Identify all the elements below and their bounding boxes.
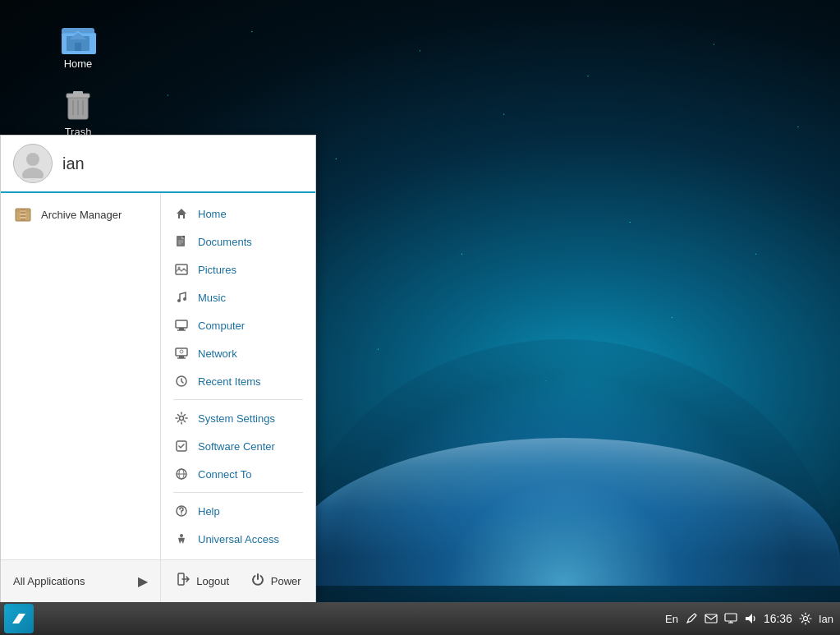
svg-point-33	[180, 350, 183, 353]
menu-left-panel: Archive Manager	[1, 193, 161, 559]
menu-user-header: ian	[1, 136, 315, 193]
menu-pictures-label: Pictures	[198, 264, 236, 276]
menu-body: Archive Manager Home	[1, 193, 315, 559]
menu-bottom-left: All Applications ▶	[1, 560, 161, 602]
all-apps-arrow-icon: ▶	[138, 573, 148, 589]
menu-documents-label: Documents	[198, 236, 252, 248]
user-avatar[interactable]	[13, 144, 53, 183]
menu-separator-1	[173, 399, 303, 400]
menu-item-documents[interactable]: Documents	[161, 228, 315, 255]
tray-username[interactable]: Ian	[819, 613, 833, 625]
menu-item-software-center[interactable]: Software Center	[161, 432, 315, 460]
desktop-icon-home[interactable]: Home	[45, 16, 111, 70]
svg-rect-4	[75, 43, 81, 51]
menu-pictures-icon	[173, 261, 190, 278]
menu-item-help[interactable]: Help	[161, 497, 315, 525]
volume-icon[interactable]	[744, 612, 757, 625]
menu-recent-label: Recent Items	[198, 375, 261, 388]
archive-manager-label: Archive Manager	[41, 209, 122, 221]
menu-item-recent-items[interactable]: Recent Items	[161, 367, 315, 395]
menu-help-label: Help	[198, 505, 220, 518]
menu-bottom-right: Logout Power	[161, 560, 315, 602]
menu-access-icon	[173, 531, 190, 547]
menu-item-network[interactable]: Network	[161, 339, 315, 367]
archive-manager-icon	[13, 205, 33, 224]
clock-display[interactable]: 16:36	[764, 612, 792, 625]
svg-rect-17	[20, 217, 26, 219]
all-applications-label: All Applications	[13, 575, 85, 587]
power-label: Power	[271, 575, 301, 587]
menu-item-computer[interactable]: Computer	[161, 311, 315, 339]
desktop-icon-trash[interactable]: Trash	[45, 85, 111, 138]
power-button[interactable]: Power	[241, 567, 310, 596]
logout-button[interactable]: Logout	[167, 567, 237, 596]
menu-settings-icon	[173, 410, 190, 426]
menu-item-universal-access[interactable]: Universal Access	[161, 525, 315, 553]
svg-point-42	[180, 534, 183, 537]
menu-item-connect-to[interactable]: Connect To	[161, 460, 315, 488]
menu-home-icon	[173, 205, 190, 222]
planet-surface	[287, 438, 840, 586]
screen-icon[interactable]	[724, 612, 737, 625]
taskbar-right: En	[665, 612, 840, 625]
menu-network-icon	[173, 345, 190, 361]
menu-item-music[interactable]: Music	[161, 283, 315, 311]
logout-icon	[175, 571, 191, 591]
settings-tray-icon[interactable]	[799, 612, 812, 625]
recent-app-archive-manager[interactable]: Archive Manager	[1, 200, 160, 229]
menu-help-icon	[173, 503, 190, 519]
logout-label: Logout	[196, 575, 229, 587]
zorin-logo[interactable]	[4, 604, 34, 633]
menu-computer-icon	[173, 317, 190, 334]
menu-computer-label: Computer	[198, 320, 245, 332]
svg-point-50	[803, 617, 807, 621]
all-applications-item[interactable]: All Applications ▶	[1, 567, 160, 596]
pen-tool-icon[interactable]	[685, 612, 698, 625]
menu-connect-icon	[173, 466, 190, 482]
home-folder-icon	[58, 16, 98, 56]
menu-separator-2	[173, 492, 303, 493]
menu-home-label: Home	[198, 208, 227, 220]
svg-point-35	[180, 416, 184, 421]
svg-point-11	[26, 153, 39, 166]
menu-item-system-settings[interactable]: System Settings	[161, 404, 315, 432]
svg-rect-47	[725, 614, 737, 621]
svg-point-26	[183, 297, 186, 301]
power-icon	[250, 571, 266, 591]
svg-point-41	[181, 513, 182, 515]
menu-access-label: Universal Access	[198, 533, 279, 545]
menu-network-label: Network	[198, 347, 237, 360]
menu-settings-label: System Settings	[198, 412, 275, 425]
menu-right-panel: Home Documents	[161, 193, 315, 559]
menu-recent-icon	[173, 373, 190, 389]
svg-marker-44	[12, 614, 25, 623]
svg-rect-7	[73, 91, 83, 94]
email-icon[interactable]	[705, 612, 718, 625]
svg-point-12	[22, 168, 44, 178]
user-name: ian	[62, 154, 85, 173]
language-indicator[interactable]: En	[665, 613, 678, 625]
menu-bottom: All Applications ▶ Logout	[1, 559, 315, 602]
taskbar: En	[0, 602, 840, 635]
menu-item-pictures[interactable]: Pictures	[161, 255, 315, 283]
svg-point-25	[177, 299, 181, 302]
menu-software-icon	[173, 438, 190, 454]
menu-item-home[interactable]: Home	[161, 200, 315, 228]
svg-rect-46	[705, 614, 717, 623]
taskbar-left	[0, 604, 34, 633]
svg-rect-27	[176, 320, 187, 328]
start-menu: ian Archive	[0, 135, 316, 602]
menu-music-icon	[173, 289, 190, 306]
menu-music-label: Music	[198, 292, 226, 304]
home-icon-label: Home	[64, 58, 93, 70]
menu-connect-label: Connect To	[198, 468, 252, 481]
svg-rect-16	[20, 214, 26, 215]
svg-rect-30	[176, 348, 187, 356]
menu-software-label: Software Center	[198, 440, 275, 453]
desktop: Home Trash ian	[0, 0, 840, 635]
trash-icon	[58, 85, 98, 124]
menu-documents-icon	[173, 233, 190, 250]
